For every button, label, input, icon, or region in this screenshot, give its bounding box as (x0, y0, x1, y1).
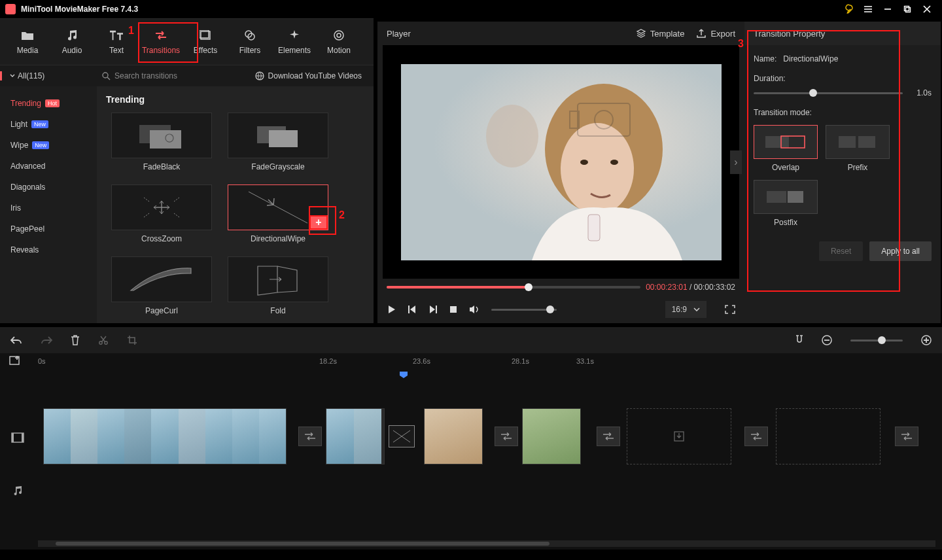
key-icon[interactable] (839, 3, 858, 16)
stop-button[interactable] (449, 306, 457, 313)
mode-prefix[interactable]: Prefix (826, 125, 890, 172)
svg-rect-0 (905, 7, 909, 11)
timeline-transition-applied[interactable] (389, 425, 415, 447)
annotation-number-1: 1 (128, 25, 134, 37)
chevron-down-icon (10, 73, 15, 79)
prev-frame-button[interactable] (408, 305, 417, 314)
category-pagepeel[interactable]: PagePeel (0, 219, 97, 239)
tab-filters[interactable]: Filters (228, 22, 272, 61)
undo-button[interactable] (10, 336, 22, 345)
svg-rect-28 (765, 136, 789, 148)
player-progress[interactable]: 00:00:23:01 / 00:00:33:02 (377, 279, 744, 296)
chevron-down-icon (693, 307, 700, 311)
prop-name-value: DirectionalWipe (783, 54, 838, 63)
timeline-scrollbar[interactable] (38, 540, 935, 547)
timeline-empty-slot[interactable] (627, 408, 731, 464)
category-trending[interactable]: TrendingHot (0, 93, 97, 114)
motion-icon (332, 29, 345, 42)
timeline-empty-slot[interactable] (776, 408, 881, 464)
close-icon[interactable] (917, 3, 937, 16)
split-button[interactable] (98, 335, 109, 345)
timeline-transition-slot[interactable] (744, 427, 768, 446)
timeline-clip[interactable] (326, 408, 385, 464)
transition-fadeblack[interactable]: FadeBlack (103, 113, 220, 171)
transition-properties-panel: Transition Property Name: DirectionalWip… (744, 22, 941, 323)
category-all[interactable]: All(115) (0, 71, 96, 80)
prop-mode-label: Transition mode: (754, 108, 812, 117)
timeline-transition-slot[interactable] (298, 427, 322, 446)
video-preview[interactable]: › (383, 45, 739, 279)
globe-icon (255, 71, 264, 80)
category-advanced[interactable]: Advanced (0, 156, 97, 177)
svg-rect-30 (839, 136, 856, 148)
audio-track-header[interactable] (0, 478, 35, 504)
tab-audio[interactable]: Audio (50, 22, 94, 61)
category-diagonals[interactable]: Diagonals (0, 177, 97, 198)
player-controls: 16:9 (377, 296, 744, 323)
main-toolbar: Media Audio Text Transitions Effects Fil… (0, 18, 374, 65)
tab-elements[interactable]: Elements (272, 22, 317, 61)
delete-button[interactable] (71, 335, 80, 345)
hamburger-menu-icon[interactable] (858, 3, 878, 16)
transitions-header: All(115) Search transitions Download You… (0, 65, 374, 86)
fullscreen-button[interactable] (725, 305, 735, 314)
transition-crosszoom[interactable]: CrossZoom (103, 184, 220, 243)
zoom-in-button[interactable] (921, 335, 932, 345)
timeline-transition-slot[interactable] (495, 427, 518, 446)
apply-all-button[interactable]: Apply to all (869, 241, 932, 261)
add-transition-button[interactable]: + (309, 215, 328, 230)
transition-fold[interactable]: Fold (220, 256, 336, 315)
effects-icon (199, 29, 212, 42)
play-button[interactable] (387, 305, 396, 314)
reset-button[interactable]: Reset (819, 241, 863, 261)
export-button[interactable]: Export (696, 28, 735, 39)
filters-icon (243, 29, 256, 42)
timeline-transition-slot[interactable] (895, 427, 918, 446)
folder-icon (21, 29, 34, 42)
zoom-slider[interactable] (850, 340, 903, 341)
category-iris[interactable]: Iris (0, 198, 97, 219)
timeline-clip[interactable] (43, 408, 287, 464)
timeline[interactable]: 0s 18.2s 23.6s 28.1s 33.1s (0, 353, 942, 550)
add-track-button[interactable] (9, 355, 21, 366)
timeline-clip[interactable] (522, 408, 581, 464)
zoom-out-button[interactable] (822, 335, 832, 345)
tab-transitions[interactable]: Transitions (139, 22, 183, 61)
tab-elements-label: Elements (278, 46, 311, 55)
next-frame-button[interactable] (428, 305, 438, 314)
titlebar: MiniTool MovieMaker Free 7.4.3 (0, 0, 942, 18)
crop-button[interactable] (127, 335, 137, 345)
duration-slider[interactable]: 1.0s (754, 88, 932, 97)
tab-effects[interactable]: Effects (183, 22, 228, 61)
mode-postfix[interactable]: Postfix (754, 180, 818, 227)
transition-directionalwipe[interactable]: + DirectionalWipe (220, 184, 336, 243)
category-reveals[interactable]: Reveals (0, 239, 97, 260)
video-track-header[interactable] (0, 408, 35, 467)
tab-motion[interactable]: Motion (317, 22, 361, 61)
transition-pagecurl[interactable]: PageCurl (103, 256, 220, 315)
timeline-clip[interactable] (424, 408, 483, 464)
aspect-ratio-select[interactable]: 16:9 (665, 301, 706, 318)
redo-button[interactable] (41, 336, 52, 345)
volume-button[interactable] (469, 305, 480, 314)
tab-effects-label: Effects (194, 46, 217, 55)
tab-media[interactable]: Media (5, 22, 50, 61)
transition-fadegrayscale[interactable]: FadeGrayscale (220, 113, 336, 171)
next-preview-button[interactable]: › (730, 150, 742, 174)
category-light[interactable]: LightNew (0, 114, 97, 135)
search-input[interactable]: Search transitions (96, 71, 255, 80)
snap-button[interactable] (795, 335, 803, 345)
volume-slider[interactable] (491, 309, 557, 311)
tab-transitions-label: Transitions (142, 46, 180, 55)
svg-point-19 (610, 160, 618, 165)
maximize-icon[interactable] (898, 3, 917, 16)
svg-point-7 (337, 33, 341, 37)
timeline-transition-slot[interactable] (597, 427, 620, 446)
mode-overlap[interactable]: Overlap (754, 125, 818, 172)
minimize-icon[interactable] (878, 3, 898, 16)
download-youtube-link[interactable]: Download YouTube Videos (255, 71, 374, 80)
transitions-icon (154, 29, 167, 42)
template-button[interactable]: Template (636, 28, 685, 39)
category-wipe[interactable]: WipeNew (0, 135, 97, 156)
timeline-ruler[interactable]: 0s 18.2s 23.6s 28.1s 33.1s (38, 353, 942, 373)
